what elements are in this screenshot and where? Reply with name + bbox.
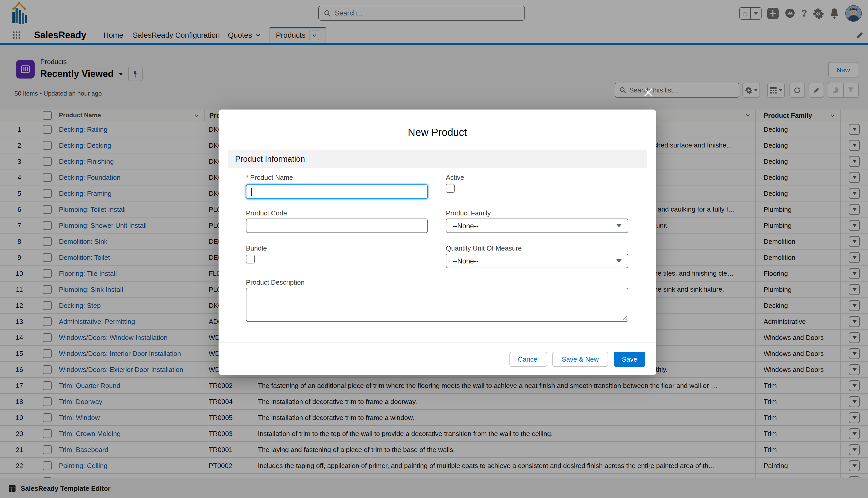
text-caret: [251, 188, 252, 196]
save-button[interactable]: Save: [614, 352, 645, 367]
product-description-textarea[interactable]: [246, 288, 628, 322]
product-name-label: *Product Name: [246, 173, 293, 181]
close-icon: [643, 87, 654, 97]
product-code-input[interactable]: [246, 219, 428, 233]
section-header: Product Information: [228, 150, 647, 168]
product-family-label: Product Family: [446, 209, 490, 217]
product-description-label: Product Description: [246, 278, 305, 286]
modal-title: New Product: [219, 127, 656, 139]
product-name-input[interactable]: [246, 184, 428, 199]
bundle-checkbox[interactable]: [246, 255, 255, 263]
cancel-button[interactable]: Cancel: [510, 352, 547, 367]
save-and-new-button[interactable]: Save & New: [552, 352, 608, 367]
active-label: Active: [446, 173, 464, 181]
required-asterisk: *: [246, 173, 249, 181]
product-code-label: Product Code: [246, 209, 287, 217]
bundle-label: Bundle: [246, 244, 267, 252]
quantity-uom-select[interactable]: --None--: [446, 254, 628, 268]
new-product-modal: New Product Product Information *Product…: [219, 109, 656, 375]
modal-close-button[interactable]: [642, 87, 655, 99]
active-checkbox[interactable]: [446, 184, 455, 193]
picklist-arrow-icon: [616, 259, 621, 262]
modal-footer-divider: [219, 342, 656, 343]
resize-grip-icon[interactable]: [621, 315, 627, 320]
product-family-select[interactable]: --None--: [446, 219, 628, 233]
picklist-arrow-icon: [616, 224, 621, 227]
quantity-uom-label: Quantity Unit Of Measure: [446, 244, 522, 252]
